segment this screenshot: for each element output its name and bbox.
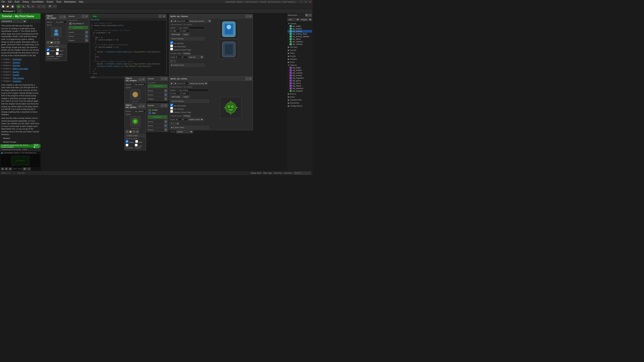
splatter-visible-cb[interactable] bbox=[126, 140, 128, 143]
status-next[interactable]: Find Next bbox=[284, 172, 292, 174]
obj-splatter-collapse[interactable]: _ bbox=[138, 105, 142, 108]
new-splatter-sprite-btn[interactable]: + bbox=[132, 130, 136, 133]
undo-button[interactable]: ↩ bbox=[37, 4, 41, 8]
enemy-texture-settings[interactable]: Texture Settings bbox=[170, 99, 209, 103]
debug-button[interactable]: 🐛 bbox=[21, 4, 26, 8]
sprite-height-input[interactable] bbox=[183, 30, 190, 32]
origin-type-select[interactable]: Top Left Top Center Middle Center bbox=[188, 55, 204, 59]
splatter-persist-cb[interactable] bbox=[126, 144, 128, 146]
chapter-3-item[interactable]: •Chapter 3Enemies bbox=[1, 64, 39, 67]
solid-checkbox[interactable] bbox=[56, 48, 59, 51]
splatter-step-event[interactable]: S Step bbox=[148, 111, 167, 114]
menu-file[interactable]: File bbox=[1, 1, 6, 3]
edit-image-btn[interactable]: Edit Image bbox=[170, 33, 182, 36]
close-btn[interactable]: ✕ bbox=[309, 1, 312, 3]
splatter-collision-mask[interactable]: Collision Mask bbox=[126, 134, 145, 137]
paths-header[interactable]: ▶ Paths bbox=[288, 52, 312, 54]
clear-sprite-btn[interactable]: ✕ bbox=[57, 41, 60, 44]
code-editor-close[interactable]: ✕ bbox=[162, 15, 166, 18]
rooms-header[interactable]: ▶ Rooms bbox=[288, 93, 312, 95]
events-weapon-close[interactable]: ✕ bbox=[164, 77, 167, 80]
res-obj-enemy[interactable]: obj_enemy bbox=[288, 74, 312, 77]
zoom-out-btn[interactable]: - bbox=[174, 60, 176, 63]
res-obj-fragment[interactable]: obj_fragment bbox=[288, 77, 312, 79]
collision-mask-section[interactable]: ▶ Collision Mask bbox=[170, 63, 204, 67]
res-spr-bullet2[interactable]: spr_bullet2 bbox=[288, 27, 312, 30]
open-button[interactable]: 📂 bbox=[6, 4, 10, 8]
res-spr-classes[interactable]: spr_classes bbox=[288, 43, 312, 45]
sprite-classes-collapse[interactable]: _ bbox=[245, 15, 248, 18]
chapter-2-item[interactable]: •Chapter 2Shooting bbox=[1, 61, 39, 64]
browse-sprite-btn[interactable]: 📁 bbox=[50, 41, 53, 44]
shaders-header[interactable]: ▶ Shaders bbox=[288, 58, 312, 60]
save-button[interactable]: 💾 bbox=[10, 4, 14, 8]
res-obj-player[interactable]: obj_player bbox=[288, 84, 312, 87]
enemy-group-select[interactable]: Default bbox=[176, 130, 193, 133]
chapter-dropdown[interactable]: Introduction Chapter 1 - Movement Chapte… bbox=[1, 19, 26, 23]
events-splatter-collapse[interactable]: _ bbox=[161, 104, 164, 107]
enemy-import-btn[interactable]: Import bbox=[182, 95, 190, 98]
sprite-enemy-close[interactable]: ✕ bbox=[249, 77, 252, 80]
events-splatter-close[interactable]: ✕ bbox=[164, 104, 167, 107]
view-select[interactable]: View bbox=[288, 18, 300, 21]
add-event-button[interactable]: Add Event bbox=[69, 26, 88, 29]
maximize-btn[interactable]: □ bbox=[304, 1, 307, 3]
status-whole-word[interactable]: Whole Word bbox=[251, 172, 261, 174]
res-obj-game[interactable]: obj_game bbox=[288, 79, 312, 82]
edit-splatter-sprite-btn[interactable]: ✏ bbox=[126, 130, 128, 133]
res-obj-bullet[interactable]: obj_bullet bbox=[288, 66, 312, 69]
obj-player-close-btn[interactable]: ✕ bbox=[63, 15, 66, 18]
clear-splatter-sprite-btn[interactable]: ✕ bbox=[136, 130, 139, 133]
run-button[interactable]: ▶ bbox=[16, 4, 21, 8]
events-player-collapse-btn[interactable]: _ bbox=[82, 15, 84, 18]
menu-marketplace[interactable]: Marketplace bbox=[64, 1, 76, 3]
preview-collision-btn[interactable]: Preview bbox=[183, 52, 191, 55]
add-splatter-event-btn[interactable]: Add Event bbox=[148, 115, 167, 119]
splatter-parent-person[interactable]: 👤 bbox=[164, 124, 167, 127]
res-obj-camera[interactable]: obj_camera bbox=[288, 72, 312, 74]
sprite-play-btn[interactable]: ▶ bbox=[170, 19, 174, 22]
obj-splatter-name-input[interactable] bbox=[134, 110, 146, 113]
weapon-parent-person[interactable]: 👤 bbox=[164, 93, 167, 96]
tilesets-header[interactable]: ▶ Tile Sets bbox=[288, 46, 312, 48]
tile-h-checkbox[interactable] bbox=[170, 41, 173, 44]
obj-weapon-collapse[interactable]: _ bbox=[138, 78, 142, 81]
sep-texture-checkbox[interactable] bbox=[170, 48, 173, 50]
enemy-zoom-out[interactable]: - bbox=[174, 122, 176, 125]
obj-weapon-name-input[interactable] bbox=[134, 83, 146, 86]
configurations-header[interactable]: ▶ Configurations bbox=[288, 105, 312, 107]
res-spr-enemy-splatter[interactable]: spr_enemy_splatter bbox=[288, 35, 312, 38]
scripts-header[interactable]: ▶ Scripts bbox=[288, 55, 312, 57]
enemy-zoom-fit[interactable]: ⊞ bbox=[176, 122, 180, 125]
chapter-1-item[interactable]: •Chapter 1Movement bbox=[1, 58, 39, 61]
sprites-section-header[interactable]: ▼ Sprites bbox=[288, 22, 312, 25]
menu-tools[interactable]: Tools bbox=[56, 1, 62, 3]
enemy-edit-image-btn[interactable]: Edit Image bbox=[170, 95, 182, 98]
splatter-events-gear[interactable]: ⚙ bbox=[164, 120, 167, 123]
zoom-in-btn[interactable]: + bbox=[170, 60, 173, 63]
add-weapon-event-btn[interactable]: Add Event bbox=[148, 84, 167, 88]
menu-help[interactable]: Help bbox=[78, 1, 84, 3]
status-prev[interactable]: Find Prev bbox=[274, 172, 282, 174]
origin-x-input[interactable] bbox=[176, 56, 182, 58]
events-weapon-collapse[interactable]: _ bbox=[161, 77, 164, 80]
splatter-physics-gear[interactable]: ⚙ bbox=[164, 128, 167, 131]
splatter-create-event[interactable]: C Create bbox=[148, 108, 167, 111]
events-gear-btn[interactable]: ⚙ bbox=[85, 31, 88, 34]
sprite-enemy-collapse[interactable]: _ bbox=[245, 77, 248, 80]
enemy-speed-unit[interactable]: frames per second bbox=[189, 82, 208, 85]
enemy-origin-x[interactable] bbox=[176, 118, 182, 121]
event-keypress-8[interactable]: K Key Press: 8 bbox=[69, 22, 88, 25]
code-body[interactable]: // fire weapon button if (mouse_check_bu… bbox=[90, 21, 166, 76]
browse-splatter-sprite-btn[interactable]: 📁 bbox=[129, 130, 132, 133]
res-spr-jebus[interactable]: spr_jebus bbox=[288, 38, 312, 40]
enemy-sprite-name-input[interactable] bbox=[178, 89, 209, 92]
enemy-w-input[interactable] bbox=[173, 92, 180, 95]
notes-header[interactable]: ▶ Notes bbox=[288, 96, 312, 98]
splatter-solid-cb[interactable] bbox=[135, 140, 138, 143]
collision-mask-toggle[interactable]: Collision Mask bbox=[46, 45, 66, 48]
enemy-collision-mask-section[interactable]: ▶ Collision Mask bbox=[170, 126, 209, 129]
res-spr-weapon[interactable]: spr_weapon bbox=[288, 40, 312, 43]
sprite-width-input[interactable] bbox=[173, 30, 180, 32]
minimize-btn[interactable]: ─ bbox=[300, 1, 303, 3]
